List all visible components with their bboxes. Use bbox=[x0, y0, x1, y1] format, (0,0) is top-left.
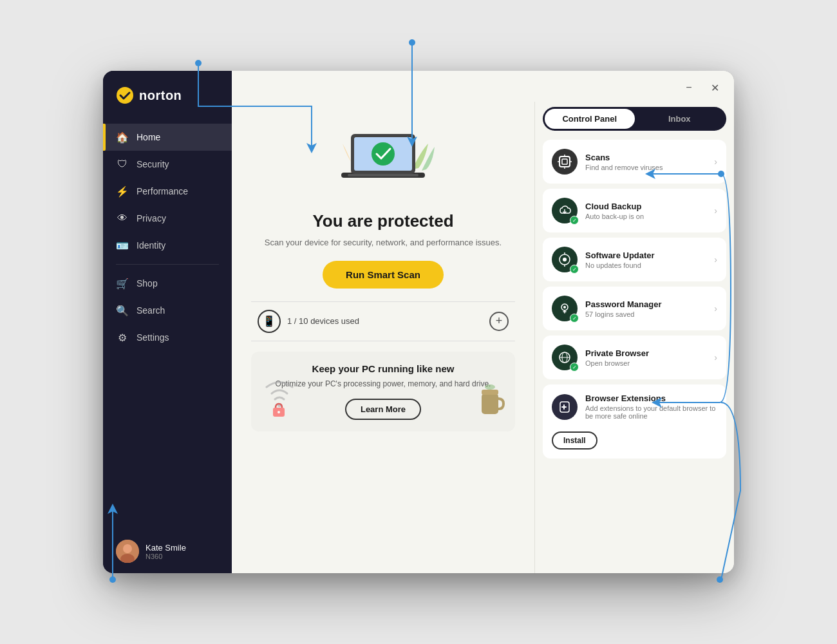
private-browser-arrow-icon: › bbox=[714, 352, 717, 363]
software-updater-text: Software Updater No updates found bbox=[585, 251, 706, 269]
content-area: You are protected Scan your device for s… bbox=[232, 102, 734, 573]
scans-subtitle: Find and remove viruses bbox=[585, 164, 706, 171]
logo-area: norton bbox=[103, 71, 232, 117]
cloud-backup-subtitle: Auto back-up is on bbox=[585, 213, 706, 220]
browser-extensions-text: Browser Extensions Add extensions to you… bbox=[585, 393, 717, 420]
laptop-illustration bbox=[328, 111, 438, 202]
password-manager-icon-wrap: ✓ bbox=[552, 296, 578, 321]
feature-item-password-manager[interactable]: ✓ Password Manager 57 logins saved › bbox=[543, 287, 726, 330]
software-updater-title: Software Updater bbox=[585, 251, 706, 260]
search-icon: 🔍 bbox=[116, 304, 129, 317]
sidebar-item-shop[interactable]: 🛒 Shop bbox=[103, 270, 232, 297]
sidebar-nav: 🏠 Home 🛡 Security ⚡ Performance 👁 Privac… bbox=[103, 117, 232, 529]
cloud-backup-title: Cloud Backup bbox=[585, 202, 706, 211]
sidebar-item-identity[interactable]: 🪪 Identity bbox=[103, 232, 232, 259]
svg-point-0 bbox=[195, 60, 202, 66]
cloud-backup-icon bbox=[558, 204, 572, 218]
sidebar-item-security-label: Security bbox=[136, 159, 169, 169]
window-controls: − ✕ bbox=[232, 71, 734, 102]
add-device-button[interactable]: + bbox=[489, 312, 509, 331]
home-icon: 🏠 bbox=[116, 131, 129, 144]
sidebar-item-performance-label: Performance bbox=[136, 186, 188, 196]
brand-name: norton bbox=[139, 88, 182, 103]
cloud-backup-icon-wrap: ✓ bbox=[552, 198, 578, 223]
right-panel: Control Panel Inbox bbox=[534, 102, 734, 573]
software-updater-arrow-icon: › bbox=[714, 254, 717, 265]
browser-extensions-top: Browser Extensions Add extensions to you… bbox=[552, 393, 717, 420]
svg-point-7 bbox=[123, 544, 132, 553]
sidebar-item-search-label: Search bbox=[136, 305, 165, 316]
scans-text: Scans Find and remove viruses bbox=[585, 153, 706, 171]
protected-subtitle: Scan your device for security, network, … bbox=[265, 236, 502, 249]
svg-rect-20 bbox=[482, 390, 498, 395]
sidebar-item-search[interactable]: 🔍 Search bbox=[103, 297, 232, 324]
sidebar: norton 🏠 Home 🛡 Security ⚡ Performance 👁 bbox=[103, 71, 232, 573]
tab-control-panel[interactable]: Control Panel bbox=[545, 109, 635, 129]
devices-info: 📱 1 / 10 devices used bbox=[258, 310, 359, 333]
user-plan: N360 bbox=[146, 553, 186, 560]
sidebar-item-identity-label: Identity bbox=[136, 240, 165, 251]
private-browser-title: Private Browser bbox=[585, 348, 706, 358]
minimize-button[interactable]: − bbox=[680, 79, 698, 97]
user-profile[interactable]: Kate Smile N360 bbox=[103, 529, 232, 573]
svg-rect-19 bbox=[482, 393, 498, 414]
password-manager-text: Password Manager 57 logins saved bbox=[585, 299, 706, 318]
svg-point-1 bbox=[409, 39, 415, 46]
svg-point-14 bbox=[371, 142, 395, 166]
password-manager-arrow-icon: › bbox=[714, 303, 717, 314]
feature-item-software-updater[interactable]: ✓ Software Updater No updates found › bbox=[543, 238, 726, 281]
sidebar-item-settings[interactable]: ⚙ Settings bbox=[103, 324, 232, 351]
norton-logo-icon bbox=[116, 86, 134, 104]
promo-title: Keep your PC running like new bbox=[312, 363, 455, 374]
scans-arrow-icon: › bbox=[714, 156, 717, 167]
close-button[interactable]: ✕ bbox=[706, 79, 724, 97]
hero-image bbox=[325, 108, 441, 205]
feature-item-private-browser[interactable]: ✓ Private Browser Open browser › bbox=[543, 336, 726, 379]
password-manager-icon bbox=[558, 301, 572, 316]
private-browser-icon-wrap: ✓ bbox=[552, 345, 578, 370]
user-name: Kate Smile bbox=[146, 543, 186, 553]
main-content: − ✕ bbox=[232, 71, 734, 573]
scans-icon-wrap bbox=[552, 149, 578, 175]
feature-item-browser-extensions[interactable]: Browser Extensions Add extensions to you… bbox=[543, 384, 726, 459]
promo-deco-wifi bbox=[260, 374, 299, 425]
password-manager-subtitle: 57 logins saved bbox=[585, 310, 706, 318]
sidebar-item-settings-label: Settings bbox=[136, 332, 169, 343]
device-icon: 📱 bbox=[258, 310, 281, 333]
devices-count: 1 / 10 devices used bbox=[287, 316, 359, 326]
sidebar-item-shop-label: Shop bbox=[136, 278, 158, 289]
svg-point-21 bbox=[485, 384, 495, 390]
avatar bbox=[116, 540, 139, 563]
devices-row: 📱 1 / 10 devices used + bbox=[251, 301, 515, 341]
user-info: Kate Smile N360 bbox=[146, 543, 186, 560]
install-extension-button[interactable]: Install bbox=[552, 431, 597, 450]
shop-icon: 🛒 bbox=[116, 277, 129, 290]
avatar-image bbox=[116, 540, 139, 563]
sidebar-item-home[interactable]: 🏠 Home bbox=[103, 124, 232, 151]
protected-title: You are protected bbox=[312, 211, 453, 231]
run-smart-scan-button[interactable]: Run Smart Scan bbox=[323, 261, 444, 289]
promo-card: Keep your PC running like new Optimize y… bbox=[251, 352, 515, 431]
svg-point-5 bbox=[117, 87, 133, 104]
panel-tabs: Control Panel Inbox bbox=[543, 107, 726, 131]
scans-title: Scans bbox=[585, 153, 706, 162]
software-updater-icon bbox=[558, 252, 572, 267]
sidebar-item-privacy[interactable]: 👁 Privacy bbox=[103, 205, 232, 232]
sidebar-item-performance[interactable]: ⚡ Performance bbox=[103, 178, 232, 205]
performance-icon: ⚡ bbox=[116, 185, 129, 198]
sidebar-item-security[interactable]: 🛡 Security bbox=[103, 151, 232, 178]
svg-point-3 bbox=[109, 576, 116, 583]
svg-point-4 bbox=[717, 576, 723, 583]
feature-list: Scans Find and remove viruses › bbox=[535, 136, 734, 573]
svg-point-30 bbox=[563, 258, 567, 261]
feature-item-scans[interactable]: Scans Find and remove viruses › bbox=[543, 140, 726, 184]
feature-item-cloud-backup[interactable]: ✓ Cloud Backup Auto back-up is on › bbox=[543, 189, 726, 232]
svg-rect-22 bbox=[560, 156, 570, 167]
learn-more-button[interactable]: Learn More bbox=[345, 399, 421, 420]
sidebar-divider bbox=[116, 264, 219, 265]
tab-inbox[interactable]: Inbox bbox=[635, 109, 725, 129]
promo-description: Optimize your PC's processing power, mem… bbox=[276, 378, 491, 390]
cloud-backup-arrow-icon: › bbox=[714, 205, 717, 216]
svg-point-32 bbox=[563, 306, 566, 308]
private-browser-check-badge: ✓ bbox=[570, 363, 579, 372]
